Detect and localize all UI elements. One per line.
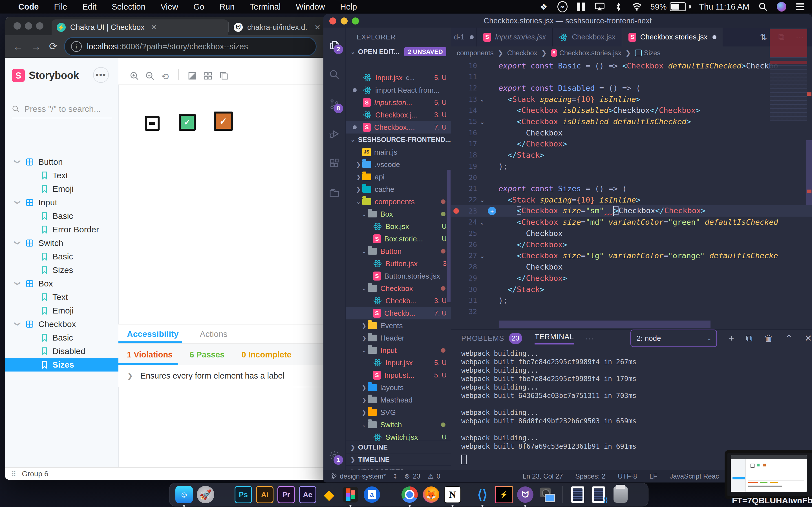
spotlight-icon[interactable] (758, 2, 768, 12)
dock-github[interactable]: ᗢ (516, 486, 534, 503)
tree-item-api[interactable]: ❯api (346, 171, 451, 183)
chevron-icon[interactable]: ❯ (14, 240, 21, 246)
editor-tab-d-1[interactable]: d-1 (451, 27, 477, 47)
dock-launchpad[interactable]: 🚀 (197, 486, 214, 503)
code-line-21[interactable]: 21export const Sizes = () => ( (451, 183, 812, 194)
project-section-header[interactable]: ⌄ SESHSOURCE-FRONTEND... (346, 133, 451, 146)
chevron-icon[interactable]: ❯ (14, 321, 21, 327)
menu-go[interactable]: Go (186, 2, 212, 11)
sync-icon[interactable]: ⭥ (393, 472, 397, 480)
storybook-search[interactable]: Press "/" to search... (12, 104, 112, 118)
code-line-30[interactable]: 30 </Stack> (451, 284, 812, 295)
minimap[interactable] (770, 27, 807, 121)
status-ln[interactable]: Ln 23, Col 27 (523, 472, 563, 480)
tree-item-button[interactable]: ⌄Button (346, 245, 451, 258)
code-line-23[interactable]: 23+ <Checkbox size="sm" >Checkbox</Check… (451, 205, 812, 217)
tree-item-svg[interactable]: ❯SVG (346, 406, 451, 418)
tree-item-layouts[interactable]: ❯layouts (346, 381, 451, 394)
menu-code[interactable]: Code (11, 2, 47, 11)
tree-item-masthead[interactable]: ❯Masthead (346, 394, 451, 406)
code-line-32[interactable]: 32 (451, 306, 812, 317)
tree-item-events[interactable]: ❯Events (346, 320, 451, 332)
background-toggle-icon[interactable] (188, 71, 197, 81)
editor-tab-checkbox-jsx[interactable]: Checkbox.jsx (553, 27, 622, 47)
code-line-10[interactable]: 10export const Basic = () => <Checkbox d… (451, 60, 812, 71)
code-line-31[interactable]: 31); (451, 295, 812, 306)
storybook-menu-button[interactable]: ••• (93, 67, 109, 83)
dock-blue-app[interactable]: a (363, 486, 380, 503)
menu-view[interactable]: View (153, 2, 186, 11)
minimize-window-button[interactable] (25, 22, 32, 30)
code-line-27[interactable]: 27⌄ <Checkbox size="lg" variantColor="or… (451, 250, 812, 262)
errors-indicator[interactable]: ⊗ 23 (404, 472, 420, 480)
sidebar-item-text[interactable]: Text (5, 290, 118, 304)
dock-screen-capture[interactable] (538, 486, 555, 503)
status-utf-8[interactable]: UTF-8 (618, 472, 637, 480)
section-outline[interactable]: ❯OUTLINE (346, 441, 451, 453)
code-line-26[interactable]: 26 </Checkbox> (451, 239, 812, 250)
code-line-11[interactable]: 11 (451, 71, 812, 82)
status-spaces[interactable]: Spaces: 2 (575, 472, 606, 480)
passes-count[interactable]: 6 Passes (190, 350, 224, 359)
tab-terminal[interactable]: TERMINAL (535, 332, 574, 344)
dock-figma[interactable] (342, 486, 359, 503)
git-branch-indicator[interactable]: design-system* (331, 472, 386, 480)
code-line-20[interactable]: 20 (451, 172, 812, 183)
terminal-output[interactable]: webpack building... webpack built fbe7e8… (461, 349, 800, 451)
forward-icon[interactable]: → (31, 41, 41, 52)
status-lf[interactable]: LF (649, 472, 657, 480)
dock-trash[interactable] (612, 486, 629, 503)
sidebar-item-box[interactable]: ❯Box (5, 277, 118, 290)
tab-accessibility[interactable]: Accessibility (127, 329, 179, 339)
menu-selection[interactable]: Selection (104, 2, 153, 11)
dock-after-effects[interactable]: Ae (299, 486, 316, 503)
dock-photoshop[interactable]: Ps (235, 486, 252, 503)
dock-firefox[interactable]: 🦊 (422, 486, 440, 503)
dock-illustrator[interactable]: Ai (256, 486, 273, 503)
control-center-icon[interactable] (795, 2, 805, 12)
open-editor-3[interactable]: S Input.stori... 5, U (346, 96, 451, 109)
tree-item-box-storie-[interactable]: SBox.storie...U (346, 233, 451, 245)
menu-edit[interactable]: Edit (75, 2, 104, 11)
storybook-logo[interactable]: S Storybook (12, 69, 79, 82)
story-checkbox-lg[interactable]: ✓ (214, 112, 233, 131)
adobe-cc-icon[interactable]: ∞ (557, 2, 567, 12)
code-line-24[interactable]: 24⌄ <Checkbox size="md" variantColor="gr… (451, 217, 812, 228)
chevron-icon[interactable]: ❯ (14, 159, 21, 165)
browser-tab-1[interactable]: ⚡ Chakra UI | Checkbox ✕ (52, 19, 228, 35)
open-editor-1[interactable]: Input.jsx c... 5, U (346, 71, 451, 84)
tree-item-switch[interactable]: ⌄Switch (346, 418, 451, 431)
dock-vscode[interactable]: ⟨⟩ (474, 486, 491, 503)
code-line-29[interactable]: 29 </Checkbox> (451, 272, 812, 284)
sidebar-item-emoji[interactable]: Emoji (5, 182, 118, 196)
editor-tab-input-stories-jsx[interactable]: SInput.stories.jsx (477, 27, 553, 47)
zoom-out-icon[interactable] (145, 71, 155, 82)
browser-tab-2[interactable]: ᗢ chakra-ui/index.d.ts at master ✕ (229, 19, 326, 35)
panel-more-icon[interactable]: ··· (585, 334, 594, 343)
breadcrumb[interactable]: components❯Checkbox❯SCheckbox.stories.js… (457, 47, 661, 59)
explorer-scrollbar[interactable] (447, 170, 451, 302)
tree-item-checkb-[interactable]: SCheckb...7, U (346, 307, 451, 320)
code-line-14[interactable]: 14 <Checkbox isDisabled>Checkbox</Checkb… (451, 105, 812, 116)
open-changes-icon[interactable]: ⇅ (760, 32, 767, 42)
code-line-19[interactable]: 19); (451, 161, 812, 172)
open-editor-5[interactable]: S Checkbox.... 7, U (346, 121, 451, 133)
open-editors-header[interactable]: ⌄ OPEN EDIT... 2 UNSAVED (346, 46, 451, 58)
breadcrumb-item[interactable]: Checkbox (507, 49, 538, 57)
tree-item-box[interactable]: ⌄Box (346, 208, 451, 220)
wifi-icon[interactable] (632, 2, 642, 12)
drag-handle-icon[interactable]: ⠿ (11, 470, 17, 478)
address-bar[interactable]: i localhost:6006/?path=/story/checkbox--… (65, 38, 316, 55)
tree-item-box-jsx[interactable]: Box.jsxU (346, 220, 451, 233)
menu-terminal[interactable]: Terminal (242, 2, 289, 11)
breadcrumb-item[interactable]: Sizes (635, 49, 661, 57)
battery-indicator[interactable]: 59% (651, 2, 691, 11)
code-line-13[interactable]: 13⌄ <Stack spacing={10} isInline> (451, 94, 812, 105)
dock-hyper[interactable]: ⚡ (495, 486, 513, 503)
sidebar-item-button[interactable]: ❯Button (5, 155, 118, 169)
extensions-activity-icon[interactable] (329, 158, 340, 169)
kill-terminal-icon[interactable]: 🗑 (764, 333, 773, 344)
sidebar-item-sizes[interactable]: Sizes (5, 263, 118, 277)
close-tab-icon[interactable]: ✕ (314, 23, 320, 32)
zoom-window-button[interactable] (352, 17, 359, 24)
